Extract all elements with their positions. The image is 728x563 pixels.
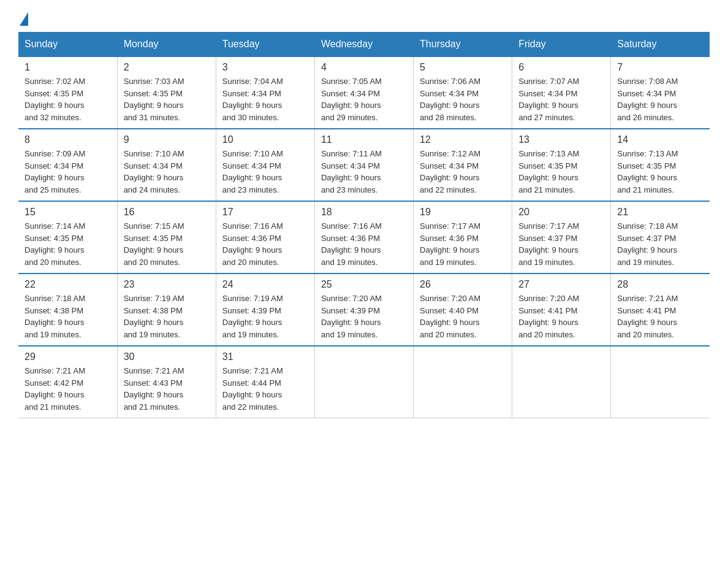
day-info: Sunrise: 7:13 AMSunset: 4:35 PMDaylight:… [518, 148, 604, 196]
day-number: 3 [222, 62, 308, 73]
calendar-table: SundayMondayTuesdayWednesdayThursdayFrid… [18, 32, 710, 418]
weekday-header-tuesday: Tuesday [216, 33, 314, 57]
calendar-cell: 5Sunrise: 7:06 AMSunset: 4:34 PMDaylight… [414, 56, 512, 129]
day-info: Sunrise: 7:15 AMSunset: 4:35 PMDaylight:… [124, 220, 210, 268]
calendar-cell: 14Sunrise: 7:13 AMSunset: 4:35 PMDayligh… [611, 129, 710, 201]
day-info: Sunrise: 7:09 AMSunset: 4:34 PMDaylight:… [25, 148, 111, 196]
calendar-cell: 8Sunrise: 7:09 AMSunset: 4:34 PMDaylight… [18, 129, 117, 201]
day-number: 1 [25, 62, 111, 73]
calendar-cell: 9Sunrise: 7:10 AMSunset: 4:34 PMDaylight… [117, 129, 216, 201]
day-info: Sunrise: 7:04 AMSunset: 4:34 PMDaylight:… [222, 75, 308, 123]
calendar-cell [314, 346, 413, 418]
day-info: Sunrise: 7:02 AMSunset: 4:35 PMDaylight:… [25, 75, 111, 123]
day-number: 18 [321, 207, 407, 218]
day-number: 28 [617, 279, 703, 290]
day-info: Sunrise: 7:18 AMSunset: 4:38 PMDaylight:… [25, 293, 111, 340]
calendar-cell: 28Sunrise: 7:21 AMSunset: 4:41 PMDayligh… [611, 274, 710, 346]
calendar-cell: 3Sunrise: 7:04 AMSunset: 4:34 PMDaylight… [216, 56, 314, 129]
calendar-cell: 27Sunrise: 7:20 AMSunset: 4:41 PMDayligh… [512, 274, 611, 346]
day-info: Sunrise: 7:21 AMSunset: 4:43 PMDaylight:… [124, 365, 210, 413]
day-number: 30 [124, 351, 210, 362]
day-info: Sunrise: 7:07 AMSunset: 4:34 PMDaylight:… [518, 75, 604, 123]
day-info: Sunrise: 7:12 AMSunset: 4:34 PMDaylight:… [420, 148, 506, 196]
day-number: 11 [321, 134, 407, 145]
day-info: Sunrise: 7:08 AMSunset: 4:34 PMDaylight:… [617, 75, 703, 123]
day-number: 21 [617, 207, 703, 218]
weekday-header-saturday: Saturday [611, 33, 710, 57]
weekday-header-thursday: Thursday [414, 33, 512, 57]
day-number: 6 [518, 62, 604, 73]
calendar-cell: 2Sunrise: 7:03 AMSunset: 4:35 PMDaylight… [117, 56, 216, 129]
day-info: Sunrise: 7:19 AMSunset: 4:39 PMDaylight:… [222, 293, 308, 340]
calendar-cell: 22Sunrise: 7:18 AMSunset: 4:38 PMDayligh… [18, 274, 117, 346]
day-number: 5 [420, 62, 506, 73]
calendar-cell: 29Sunrise: 7:21 AMSunset: 4:42 PMDayligh… [18, 346, 117, 418]
calendar-cell: 31Sunrise: 7:21 AMSunset: 4:44 PMDayligh… [216, 346, 314, 418]
day-number: 24 [222, 279, 308, 290]
calendar-cell: 21Sunrise: 7:18 AMSunset: 4:37 PMDayligh… [611, 201, 710, 274]
day-info: Sunrise: 7:19 AMSunset: 4:38 PMDaylight:… [124, 293, 210, 340]
calendar-cell: 19Sunrise: 7:17 AMSunset: 4:36 PMDayligh… [414, 201, 512, 274]
day-number: 7 [617, 62, 703, 73]
calendar-cell [512, 346, 611, 418]
day-number: 25 [321, 279, 407, 290]
weekday-header-friday: Friday [512, 33, 611, 57]
day-info: Sunrise: 7:06 AMSunset: 4:34 PMDaylight:… [420, 75, 506, 123]
day-info: Sunrise: 7:21 AMSunset: 4:44 PMDaylight:… [222, 365, 308, 413]
day-number: 14 [617, 134, 703, 145]
weekday-header-sunday: Sunday [18, 33, 117, 57]
weekday-header-row: SundayMondayTuesdayWednesdayThursdayFrid… [18, 33, 710, 57]
logo [18, 12, 28, 26]
calendar-week-row: 1Sunrise: 7:02 AMSunset: 4:35 PMDaylight… [18, 56, 710, 129]
day-number: 31 [222, 351, 308, 362]
day-number: 16 [124, 207, 210, 218]
day-number: 17 [222, 207, 308, 218]
day-info: Sunrise: 7:10 AMSunset: 4:34 PMDaylight:… [124, 148, 210, 196]
day-info: Sunrise: 7:16 AMSunset: 4:36 PMDaylight:… [321, 220, 407, 268]
calendar-cell: 26Sunrise: 7:20 AMSunset: 4:40 PMDayligh… [414, 274, 512, 346]
day-number: 27 [518, 279, 604, 290]
calendar-week-row: 29Sunrise: 7:21 AMSunset: 4:42 PMDayligh… [18, 346, 710, 418]
calendar-cell: 10Sunrise: 7:10 AMSunset: 4:34 PMDayligh… [216, 129, 314, 201]
day-info: Sunrise: 7:13 AMSunset: 4:35 PMDaylight:… [617, 148, 703, 196]
day-number: 29 [25, 351, 111, 362]
calendar-cell: 17Sunrise: 7:16 AMSunset: 4:36 PMDayligh… [216, 201, 314, 274]
calendar-week-row: 15Sunrise: 7:14 AMSunset: 4:35 PMDayligh… [18, 201, 710, 274]
page-header [18, 12, 710, 26]
day-number: 19 [420, 207, 506, 218]
day-info: Sunrise: 7:03 AMSunset: 4:35 PMDaylight:… [124, 75, 210, 123]
day-info: Sunrise: 7:10 AMSunset: 4:34 PMDaylight:… [222, 148, 308, 196]
day-number: 2 [124, 62, 210, 73]
calendar-cell: 4Sunrise: 7:05 AMSunset: 4:34 PMDaylight… [314, 56, 413, 129]
calendar-cell: 1Sunrise: 7:02 AMSunset: 4:35 PMDaylight… [18, 56, 117, 129]
calendar-cell: 23Sunrise: 7:19 AMSunset: 4:38 PMDayligh… [117, 274, 216, 346]
weekday-header-wednesday: Wednesday [314, 33, 413, 57]
day-info: Sunrise: 7:21 AMSunset: 4:41 PMDaylight:… [617, 293, 703, 340]
day-info: Sunrise: 7:21 AMSunset: 4:42 PMDaylight:… [25, 365, 111, 413]
calendar-cell: 15Sunrise: 7:14 AMSunset: 4:35 PMDayligh… [18, 201, 117, 274]
day-number: 23 [124, 279, 210, 290]
day-number: 4 [321, 62, 407, 73]
calendar-cell: 18Sunrise: 7:16 AMSunset: 4:36 PMDayligh… [314, 201, 413, 274]
calendar-cell: 24Sunrise: 7:19 AMSunset: 4:39 PMDayligh… [216, 274, 314, 346]
day-number: 10 [222, 134, 308, 145]
day-info: Sunrise: 7:20 AMSunset: 4:39 PMDaylight:… [321, 293, 407, 340]
day-info: Sunrise: 7:17 AMSunset: 4:36 PMDaylight:… [420, 220, 506, 268]
day-info: Sunrise: 7:05 AMSunset: 4:34 PMDaylight:… [321, 75, 407, 123]
day-info: Sunrise: 7:20 AMSunset: 4:40 PMDaylight:… [420, 293, 506, 340]
calendar-cell: 13Sunrise: 7:13 AMSunset: 4:35 PMDayligh… [512, 129, 611, 201]
calendar-cell: 11Sunrise: 7:11 AMSunset: 4:34 PMDayligh… [314, 129, 413, 201]
day-number: 8 [25, 134, 111, 145]
calendar-cell: 30Sunrise: 7:21 AMSunset: 4:43 PMDayligh… [117, 346, 216, 418]
day-number: 26 [420, 279, 506, 290]
day-number: 13 [518, 134, 604, 145]
logo-triangle-icon [20, 12, 28, 26]
calendar-cell: 12Sunrise: 7:12 AMSunset: 4:34 PMDayligh… [414, 129, 512, 201]
day-number: 20 [518, 207, 604, 218]
day-number: 15 [25, 207, 111, 218]
calendar-week-row: 8Sunrise: 7:09 AMSunset: 4:34 PMDaylight… [18, 129, 710, 201]
day-number: 12 [420, 134, 506, 145]
day-number: 22 [25, 279, 111, 290]
day-info: Sunrise: 7:11 AMSunset: 4:34 PMDaylight:… [321, 148, 407, 196]
calendar-cell: 6Sunrise: 7:07 AMSunset: 4:34 PMDaylight… [512, 56, 611, 129]
